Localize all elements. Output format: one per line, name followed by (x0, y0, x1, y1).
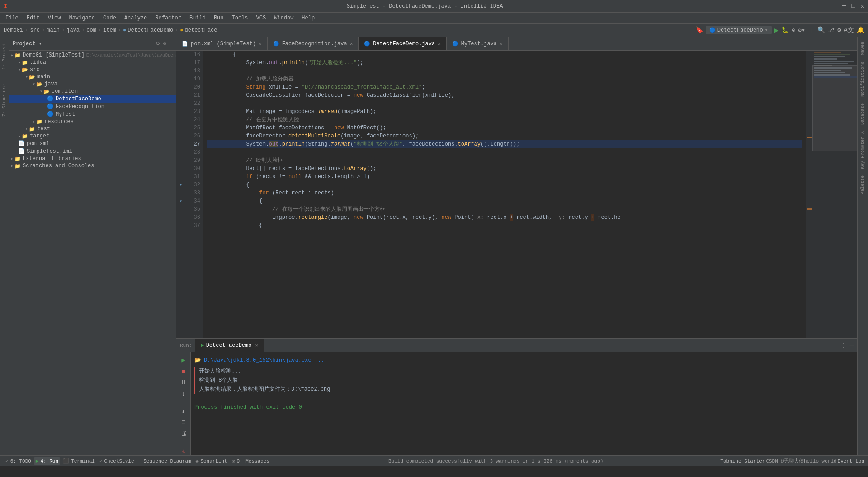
terminal-button[interactable]: ⬛ Terminal (61, 457, 97, 465)
tab-mytest[interactable]: 🔵 MyTest.java ✕ (447, 37, 509, 50)
tree-item-target[interactable]: ▸ 📁 target (9, 132, 176, 140)
gear-icon[interactable]: ⚙ (163, 40, 166, 47)
tree-item-scratches[interactable]: ▸ 📁 Scratches and Consoles (9, 162, 176, 170)
hide-panel-icon[interactable]: ─ (169, 40, 172, 47)
fold-output[interactable]: ≡ (178, 418, 189, 427)
tab-detectface-close[interactable]: ✕ (438, 41, 441, 47)
breadcrumb-method[interactable]: ● detectFace (180, 27, 217, 33)
vcs-icon[interactable]: ⎇ (828, 27, 835, 34)
error-button[interactable]: ⚠ (178, 447, 189, 455)
minimap[interactable] (812, 51, 857, 338)
structure-tab-icon[interactable]: 7: Structure (1, 82, 8, 118)
notification-icon[interactable]: 🔔 (857, 26, 864, 34)
coverage-button[interactable]: ⊙ (792, 27, 795, 34)
menu-window[interactable]: Window (270, 14, 297, 22)
menu-file[interactable]: File (2, 14, 22, 22)
bottom-tab-run[interactable]: ▶ DetectFaceDemo ✕ (195, 339, 264, 352)
menu-code[interactable]: Code (99, 14, 120, 22)
notifications-tab[interactable]: Notifications (859, 59, 866, 99)
menu-run[interactable]: Run (210, 14, 227, 22)
tree-item-external[interactable]: ▸ 📁 External Libraries (9, 155, 176, 162)
run-config-name[interactable]: DetectFaceDemo (717, 27, 763, 33)
tree-item-test[interactable]: ▸ 📁 test (9, 125, 176, 132)
sequence-button[interactable]: ≡ Sequence Diagram (137, 458, 193, 465)
editor-gutter[interactable]: ▾ ▾ (176, 51, 185, 338)
tree-item-mytest[interactable]: 🔵 MyTest (9, 110, 176, 118)
tab-detectface[interactable]: 🔵 DetectFaceDemo.java ✕ (359, 37, 446, 50)
bottom-minimize-icon[interactable]: ─ (850, 342, 854, 349)
database-tab[interactable]: Database (859, 100, 866, 128)
tree-item-resources[interactable]: ▸ 📁 resources (9, 118, 176, 125)
menu-refactor[interactable]: Refactor (151, 14, 185, 22)
messages-button[interactable]: ✉ 0: Messages (230, 457, 271, 465)
settings-icon[interactable]: ⚙ (837, 26, 841, 34)
menu-navigate[interactable]: Navigate (65, 14, 99, 22)
maximize-button[interactable]: □ (851, 2, 855, 10)
tree-item-main[interactable]: ▾ 📂 main (9, 73, 176, 80)
sync-icon[interactable]: ⟳ (156, 40, 160, 47)
run-tool-button[interactable]: ▶ 4: Run (34, 457, 60, 465)
close-button[interactable]: ✕ (861, 2, 864, 10)
todo-button[interactable]: ✓ 6: TODO (4, 457, 33, 465)
tab-mytest-close[interactable]: ✕ (500, 41, 503, 47)
rerun-button[interactable]: ▶ (178, 356, 189, 364)
keypromoter-tab[interactable]: Key Promoter X (859, 128, 866, 172)
breadcrumb-item[interactable]: main (47, 27, 60, 33)
tab-facerecognition[interactable]: 🔵 FaceRecognition.java ✕ (268, 37, 359, 50)
tree-item-demo01[interactable]: ▸ 📁 Demo01 [SimpleTest] E:\example\JavaT… (9, 52, 176, 59)
breadcrumb-item[interactable]: Demo01 (4, 27, 23, 33)
maven-tab[interactable]: Maven (859, 39, 866, 58)
print-button[interactable]: 🖨 (178, 430, 189, 438)
code-content[interactable]: { System.out.println("开始人脸检测..."); // 加载… (203, 51, 806, 338)
line-num-30: 30 (188, 165, 200, 173)
menu-tools[interactable]: Tools (228, 14, 252, 22)
tree-item-java[interactable]: ▾ 📂 java (9, 80, 176, 88)
breadcrumb-item[interactable]: item (103, 27, 116, 33)
tab-facerecognition-close[interactable]: ✕ (350, 41, 353, 47)
menu-view[interactable]: View (44, 14, 65, 22)
menu-build[interactable]: Build (186, 14, 209, 22)
tree-item-comitem[interactable]: ▾ 📂 com.item (9, 88, 176, 95)
fold-arrow-32[interactable]: ▾ (179, 182, 182, 188)
breadcrumb-item[interactable]: com (86, 27, 96, 33)
console-output[interactable]: 📂 D:\Java\jdk1.8.0_152\bin\java.exe ... … (191, 352, 857, 455)
tree-item-facerecognition[interactable]: 🔵 FaceRecognition (9, 103, 176, 110)
tree-item-simpleiml[interactable]: 📄 SimpleTest.iml (9, 147, 176, 155)
debug-button[interactable]: 🐛 (781, 26, 789, 34)
breadcrumb-item[interactable]: java (66, 27, 80, 33)
breadcrumb-detectface[interactable]: ● DetectFaceDemo (123, 27, 173, 33)
menu-vcs[interactable]: VCS (253, 14, 270, 22)
bottom-more-icon[interactable]: ⋮ (840, 341, 846, 349)
tree-item-idea[interactable]: ▸ 📁 .idea (9, 59, 176, 66)
scroll-to-end[interactable]: ↡ (178, 407, 189, 416)
run-config-dropdown[interactable]: ▾ (765, 27, 768, 33)
menu-edit[interactable]: Edit (23, 14, 43, 22)
fold-arrow-34[interactable]: ▾ (179, 198, 182, 204)
run-button[interactable]: ▶ (774, 26, 779, 35)
stop-button[interactable]: ◼ (178, 367, 189, 376)
run-tab-close[interactable]: ✕ (255, 342, 258, 348)
menu-analyze[interactable]: Analyze (121, 14, 151, 22)
tree-item-pomxml[interactable]: 📄 pom.xml (9, 140, 176, 147)
menu-help[interactable]: Help (298, 14, 318, 22)
tabnine-label[interactable]: Tabnine Starter (720, 458, 765, 464)
scroll-gutter[interactable] (806, 51, 812, 338)
sonarlint-button[interactable]: ◉ SonarLint (194, 457, 229, 465)
tab-pomxml[interactable]: 📄 pom.xml (SimpleTest) ✕ (176, 37, 268, 50)
tree-item-src[interactable]: ▾ 📂 src (9, 66, 176, 73)
more-run-options[interactable]: ⚙▾ (798, 27, 805, 34)
translate-icon[interactable]: A文 (844, 26, 854, 34)
event-log-button[interactable]: Event Log (838, 458, 864, 464)
step-button[interactable]: ↓ (178, 389, 189, 398)
toolbar-search[interactable]: 🔍 (817, 26, 825, 34)
tree-item-detectfacedemo[interactable]: 🔵 DetectFaceDemo (9, 95, 176, 103)
pause-button[interactable]: ⏸ (178, 378, 189, 387)
tab-pomxml-close[interactable]: ✕ (259, 41, 262, 47)
minimize-button[interactable]: ─ (842, 2, 846, 10)
gutter-line-34: ▾ (176, 197, 185, 205)
project-tab-icon[interactable]: 1: Project (1, 41, 8, 71)
bookmark-icon[interactable]: 🔖 (695, 26, 703, 34)
breadcrumb-item[interactable]: src (30, 27, 40, 33)
palette-tab[interactable]: Palette (859, 173, 866, 197)
checkstyle-button[interactable]: ✓ CheckStyle (98, 457, 136, 465)
